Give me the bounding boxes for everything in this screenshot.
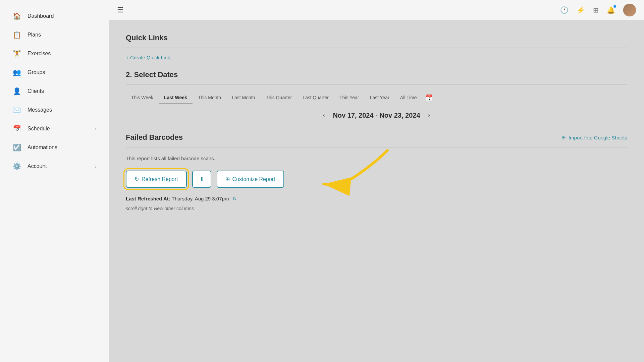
- tab-this-year[interactable]: This Year: [334, 92, 364, 104]
- customize-report-button[interactable]: ⊞ Customize Report: [217, 171, 284, 188]
- create-quick-link-button[interactable]: + Create Quick Link: [126, 55, 170, 60]
- sidebar-item-label: Account: [28, 163, 47, 169]
- automations-icon: ☑️: [12, 143, 21, 152]
- scroll-hint: scroll right to view other columns: [126, 206, 627, 211]
- topbar-right: 🕐 ⚡ ⊞ 🔔: [560, 4, 636, 16]
- sidebar-item-clients[interactable]: 👤 Clients: [3, 82, 106, 100]
- customize-icon: ⊞: [225, 176, 230, 182]
- sidebar-item-label: Exercises: [28, 51, 51, 57]
- sidebar: 🏠 Dashboard 📋 Plans 🏋 Exercises 👥 Groups…: [0, 0, 109, 362]
- sidebar-item-groups[interactable]: 👥 Groups: [3, 64, 106, 81]
- avatar[interactable]: [623, 4, 636, 16]
- last-refreshed: Last Refreshed At: Thursday, Aug 29 3:07…: [126, 196, 627, 202]
- report-divider: [126, 147, 627, 147]
- plans-icon: 📋: [12, 31, 21, 39]
- import-google-sheets-button[interactable]: ⊞ Import Into Google Sheets: [561, 134, 627, 140]
- main-area: ☰ 🕐 ⚡ ⊞ 🔔 Quick Links + Create Quick Lin…: [109, 0, 644, 362]
- sidebar-item-account[interactable]: ⚙️ Account ›: [3, 158, 106, 175]
- report-section: Failed Barcodes ⊞ Import Into Google She…: [126, 133, 627, 211]
- tab-this-month[interactable]: This Month: [193, 92, 226, 104]
- lightning-icon[interactable]: ⚡: [577, 6, 585, 14]
- quick-links-section: Quick Links + Create Quick Link: [126, 34, 627, 70]
- sidebar-item-label: Messages: [28, 107, 52, 113]
- notification-icon[interactable]: 🔔: [607, 6, 615, 14]
- groups-icon: 👥: [12, 68, 21, 76]
- date-section: 2. Select Dates This Week Last Week This…: [126, 70, 627, 120]
- sidebar-item-plans[interactable]: 📋 Plans: [3, 26, 106, 44]
- account-icon: ⚙️: [12, 162, 21, 170]
- dashboard-icon: 🏠: [12, 12, 21, 20]
- chevron-right-icon: ›: [95, 126, 97, 131]
- sidebar-item-automations[interactable]: ☑️ Automations: [3, 139, 106, 156]
- divider: [126, 48, 627, 48]
- clients-icon: 👤: [12, 87, 21, 95]
- date-range-display: Nov 17, 2024 - Nov 23, 2024: [333, 112, 420, 119]
- refresh-label: Refresh Report: [142, 176, 178, 182]
- tab-all-time[interactable]: All Time: [395, 92, 422, 104]
- report-description: This report lists all failed barcode sca…: [126, 156, 627, 161]
- last-refreshed-label: Last Refreshed At:: [126, 196, 170, 201]
- tab-last-month[interactable]: Last Month: [226, 92, 260, 104]
- exercises-icon: 🏋: [12, 50, 21, 58]
- sidebar-item-label: Plans: [28, 32, 41, 38]
- import-label: Import Into Google Sheets: [569, 135, 627, 140]
- schedule-icon: 📅: [12, 125, 21, 133]
- divider: [126, 84, 627, 85]
- annotation-arrow: [314, 144, 408, 197]
- avatar-image: [623, 4, 636, 16]
- tab-last-week[interactable]: Last Week: [159, 92, 193, 104]
- tab-last-quarter[interactable]: Last Quarter: [297, 92, 334, 104]
- refresh-small-icon: ↻: [232, 196, 237, 201]
- report-header: Failed Barcodes ⊞ Import Into Google She…: [126, 133, 627, 142]
- select-dates-title: 2. Select Dates: [126, 70, 627, 79]
- next-date-button[interactable]: ›: [426, 111, 433, 120]
- calendar-icon[interactable]: 📅: [425, 94, 432, 102]
- menu-button[interactable]: ☰: [117, 6, 124, 14]
- sidebar-item-label: Schedule: [28, 126, 50, 132]
- sidebar-item-label: Dashboard: [28, 13, 54, 19]
- tab-last-year[interactable]: Last Year: [364, 92, 394, 104]
- sidebar-item-label: Clients: [28, 88, 44, 94]
- date-tabs: This Week Last Week This Month Last Mont…: [126, 92, 627, 104]
- content-area: Quick Links + Create Quick Link 2. Selec…: [109, 20, 644, 362]
- report-title: Failed Barcodes: [126, 133, 183, 142]
- last-refreshed-value: Thursday, Aug 29 3:07pm: [172, 196, 229, 201]
- sidebar-item-dashboard[interactable]: 🏠 Dashboard: [3, 7, 106, 25]
- sidebar-item-exercises[interactable]: 🏋 Exercises: [3, 45, 106, 62]
- download-icon: ⬇: [200, 176, 204, 182]
- topbar: ☰ 🕐 ⚡ ⊞ 🔔: [109, 0, 644, 20]
- sidebar-item-schedule[interactable]: 📅 Schedule ›: [3, 120, 106, 137]
- messages-icon: ✉️: [12, 106, 21, 114]
- table-icon: ⊞: [561, 134, 566, 140]
- tab-this-week[interactable]: This Week: [126, 92, 159, 104]
- grid-icon[interactable]: ⊞: [593, 6, 599, 14]
- sidebar-item-messages[interactable]: ✉️ Messages: [3, 101, 106, 119]
- customize-label: Customize Report: [232, 176, 275, 182]
- quick-links-title: Quick Links: [126, 34, 627, 42]
- buttons-row: ↻ Refresh Report ⬇ ⊞ Customize Report: [126, 171, 627, 188]
- download-button[interactable]: ⬇: [192, 171, 211, 188]
- date-nav: ‹ Nov 17, 2024 - Nov 23, 2024 ›: [126, 111, 627, 120]
- tab-this-quarter[interactable]: This Quarter: [260, 92, 297, 104]
- refresh-icon: ↻: [135, 176, 139, 182]
- notification-dot: [613, 5, 616, 8]
- chevron-right-icon: ›: [95, 164, 97, 169]
- history-icon[interactable]: 🕐: [560, 6, 569, 14]
- sidebar-item-label: Automations: [28, 144, 57, 150]
- prev-date-button[interactable]: ‹: [320, 111, 327, 120]
- sidebar-item-label: Groups: [28, 69, 45, 75]
- refresh-report-button[interactable]: ↻ Refresh Report: [126, 171, 187, 188]
